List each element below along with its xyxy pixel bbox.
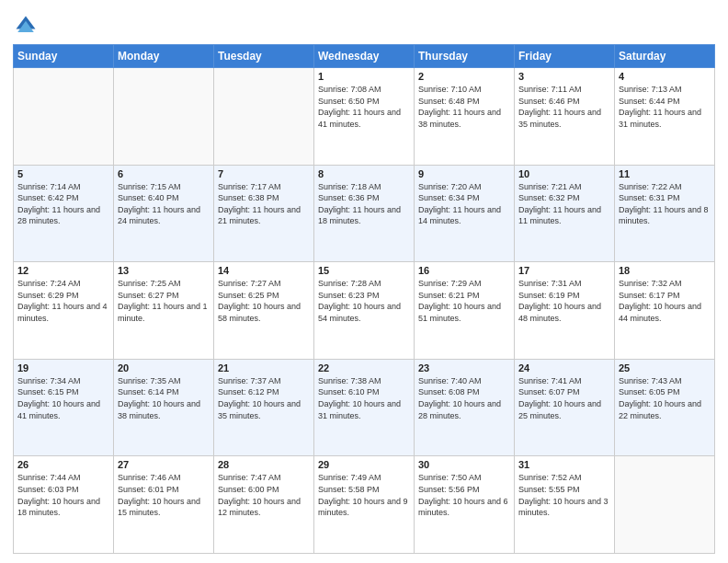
calendar-cell: 26Sunrise: 7:44 AMSunset: 6:03 PMDayligh… — [14, 456, 114, 554]
calendar-cell: 16Sunrise: 7:29 AMSunset: 6:21 PMDayligh… — [415, 262, 515, 360]
calendar-cell: 7Sunrise: 7:17 AMSunset: 6:38 PMDaylight… — [214, 165, 314, 262]
day-number: 15 — [318, 265, 410, 276]
calendar-cell: 5Sunrise: 7:14 AMSunset: 6:42 PMDaylight… — [14, 165, 114, 262]
col-header-thursday: Thursday — [415, 45, 515, 68]
calendar-cell: 12Sunrise: 7:24 AMSunset: 6:29 PMDayligh… — [14, 262, 114, 360]
page: SundayMondayTuesdayWednesdayThursdayFrid… — [0, 0, 728, 563]
day-number: 26 — [17, 459, 109, 470]
day-info: Sunrise: 7:49 AMSunset: 5:58 PMDaylight:… — [318, 472, 410, 518]
day-number: 14 — [218, 265, 310, 276]
day-info: Sunrise: 7:15 AMSunset: 6:40 PMDaylight:… — [118, 181, 210, 227]
day-info: Sunrise: 7:29 AMSunset: 6:21 PMDaylight:… — [418, 278, 510, 324]
day-info: Sunrise: 7:46 AMSunset: 6:01 PMDaylight:… — [118, 472, 210, 518]
day-info: Sunrise: 7:27 AMSunset: 6:25 PMDaylight:… — [218, 278, 310, 324]
calendar-cell: 15Sunrise: 7:28 AMSunset: 6:23 PMDayligh… — [314, 262, 415, 360]
day-number: 11 — [619, 168, 711, 179]
day-number: 2 — [418, 71, 510, 82]
day-info: Sunrise: 7:32 AMSunset: 6:17 PMDaylight:… — [619, 278, 711, 324]
day-info: Sunrise: 7:25 AMSunset: 6:27 PMDaylight:… — [118, 278, 210, 324]
day-number: 10 — [518, 168, 610, 179]
header — [13, 9, 715, 39]
calendar-cell — [114, 68, 214, 166]
calendar-cell: 13Sunrise: 7:25 AMSunset: 6:27 PMDayligh… — [114, 262, 214, 360]
day-info: Sunrise: 7:38 AMSunset: 6:10 PMDaylight:… — [318, 375, 410, 421]
day-info: Sunrise: 7:37 AMSunset: 6:12 PMDaylight:… — [218, 375, 310, 421]
day-number: 4 — [619, 71, 711, 82]
day-number: 6 — [118, 168, 210, 179]
calendar-cell: 22Sunrise: 7:38 AMSunset: 6:10 PMDayligh… — [314, 359, 415, 456]
calendar-week-1: 1Sunrise: 7:08 AMSunset: 6:50 PMDaylight… — [14, 68, 715, 166]
calendar-cell: 28Sunrise: 7:47 AMSunset: 6:00 PMDayligh… — [214, 456, 314, 554]
calendar-cell: 17Sunrise: 7:31 AMSunset: 6:19 PMDayligh… — [515, 262, 615, 360]
day-number: 12 — [17, 265, 109, 276]
calendar-cell: 19Sunrise: 7:34 AMSunset: 6:15 PMDayligh… — [14, 359, 114, 456]
day-number: 1 — [318, 71, 410, 82]
calendar-cell: 4Sunrise: 7:13 AMSunset: 6:44 PMDaylight… — [615, 68, 715, 166]
day-info: Sunrise: 7:47 AMSunset: 6:00 PMDaylight:… — [218, 472, 310, 518]
calendar-cell: 20Sunrise: 7:35 AMSunset: 6:14 PMDayligh… — [114, 359, 214, 456]
calendar-cell: 6Sunrise: 7:15 AMSunset: 6:40 PMDaylight… — [114, 165, 214, 262]
day-info: Sunrise: 7:41 AMSunset: 6:07 PMDaylight:… — [518, 375, 610, 421]
calendar-cell: 18Sunrise: 7:32 AMSunset: 6:17 PMDayligh… — [615, 262, 715, 360]
day-number: 19 — [17, 362, 109, 373]
day-number: 17 — [518, 265, 610, 276]
calendar-week-4: 19Sunrise: 7:34 AMSunset: 6:15 PMDayligh… — [14, 359, 715, 456]
day-number: 25 — [619, 362, 711, 373]
day-number: 8 — [318, 168, 410, 179]
day-number: 24 — [518, 362, 610, 373]
day-number: 5 — [17, 168, 109, 179]
calendar-cell: 24Sunrise: 7:41 AMSunset: 6:07 PMDayligh… — [515, 359, 615, 456]
day-number: 13 — [118, 265, 210, 276]
day-info: Sunrise: 7:22 AMSunset: 6:31 PMDaylight:… — [619, 181, 711, 227]
col-header-wednesday: Wednesday — [314, 45, 415, 68]
day-info: Sunrise: 7:17 AMSunset: 6:38 PMDaylight:… — [218, 181, 310, 227]
day-info: Sunrise: 7:40 AMSunset: 6:08 PMDaylight:… — [418, 375, 510, 421]
day-number: 30 — [418, 459, 510, 470]
day-info: Sunrise: 7:20 AMSunset: 6:34 PMDaylight:… — [418, 181, 510, 227]
calendar-cell: 23Sunrise: 7:40 AMSunset: 6:08 PMDayligh… — [415, 359, 515, 456]
calendar-week-2: 5Sunrise: 7:14 AMSunset: 6:42 PMDaylight… — [14, 165, 715, 262]
day-number: 23 — [418, 362, 510, 373]
day-number: 21 — [218, 362, 310, 373]
day-info: Sunrise: 7:21 AMSunset: 6:32 PMDaylight:… — [518, 181, 610, 227]
day-info: Sunrise: 7:11 AMSunset: 6:46 PMDaylight:… — [518, 84, 610, 130]
col-header-tuesday: Tuesday — [214, 45, 314, 68]
col-header-saturday: Saturday — [615, 45, 715, 68]
logo — [13, 13, 42, 39]
calendar-week-3: 12Sunrise: 7:24 AMSunset: 6:29 PMDayligh… — [14, 262, 715, 360]
day-info: Sunrise: 7:31 AMSunset: 6:19 PMDaylight:… — [518, 278, 610, 324]
calendar-header-row: SundayMondayTuesdayWednesdayThursdayFrid… — [14, 45, 715, 68]
col-header-monday: Monday — [114, 45, 214, 68]
day-info: Sunrise: 7:50 AMSunset: 5:56 PMDaylight:… — [418, 472, 510, 518]
day-info: Sunrise: 7:08 AMSunset: 6:50 PMDaylight:… — [318, 84, 410, 130]
day-info: Sunrise: 7:28 AMSunset: 6:23 PMDaylight:… — [318, 278, 410, 324]
day-info: Sunrise: 7:52 AMSunset: 5:55 PMDaylight:… — [518, 472, 610, 518]
day-number: 28 — [218, 459, 310, 470]
calendar-cell: 29Sunrise: 7:49 AMSunset: 5:58 PMDayligh… — [314, 456, 415, 554]
day-number: 3 — [518, 71, 610, 82]
calendar-cell: 21Sunrise: 7:37 AMSunset: 6:12 PMDayligh… — [214, 359, 314, 456]
calendar-cell: 9Sunrise: 7:20 AMSunset: 6:34 PMDaylight… — [415, 165, 515, 262]
calendar-week-5: 26Sunrise: 7:44 AMSunset: 6:03 PMDayligh… — [14, 456, 715, 554]
day-info: Sunrise: 7:10 AMSunset: 6:48 PMDaylight:… — [418, 84, 510, 130]
day-info: Sunrise: 7:14 AMSunset: 6:42 PMDaylight:… — [17, 181, 109, 227]
calendar-table: SundayMondayTuesdayWednesdayThursdayFrid… — [13, 44, 715, 554]
day-info: Sunrise: 7:34 AMSunset: 6:15 PMDaylight:… — [17, 375, 109, 421]
day-info: Sunrise: 7:18 AMSunset: 6:36 PMDaylight:… — [318, 181, 410, 227]
calendar-cell: 30Sunrise: 7:50 AMSunset: 5:56 PMDayligh… — [415, 456, 515, 554]
calendar-cell: 8Sunrise: 7:18 AMSunset: 6:36 PMDaylight… — [314, 165, 415, 262]
day-number: 9 — [418, 168, 510, 179]
calendar-cell: 14Sunrise: 7:27 AMSunset: 6:25 PMDayligh… — [214, 262, 314, 360]
day-info: Sunrise: 7:35 AMSunset: 6:14 PMDaylight:… — [118, 375, 210, 421]
col-header-sunday: Sunday — [14, 45, 114, 68]
day-info: Sunrise: 7:24 AMSunset: 6:29 PMDaylight:… — [17, 278, 109, 324]
day-info: Sunrise: 7:43 AMSunset: 6:05 PMDaylight:… — [619, 375, 711, 421]
day-number: 18 — [619, 265, 711, 276]
calendar-cell: 25Sunrise: 7:43 AMSunset: 6:05 PMDayligh… — [615, 359, 715, 456]
calendar-cell: 11Sunrise: 7:22 AMSunset: 6:31 PMDayligh… — [615, 165, 715, 262]
day-number: 20 — [118, 362, 210, 373]
day-number: 7 — [218, 168, 310, 179]
day-number: 29 — [318, 459, 410, 470]
day-number: 31 — [518, 459, 610, 470]
calendar-cell: 2Sunrise: 7:10 AMSunset: 6:48 PMDaylight… — [415, 68, 515, 166]
